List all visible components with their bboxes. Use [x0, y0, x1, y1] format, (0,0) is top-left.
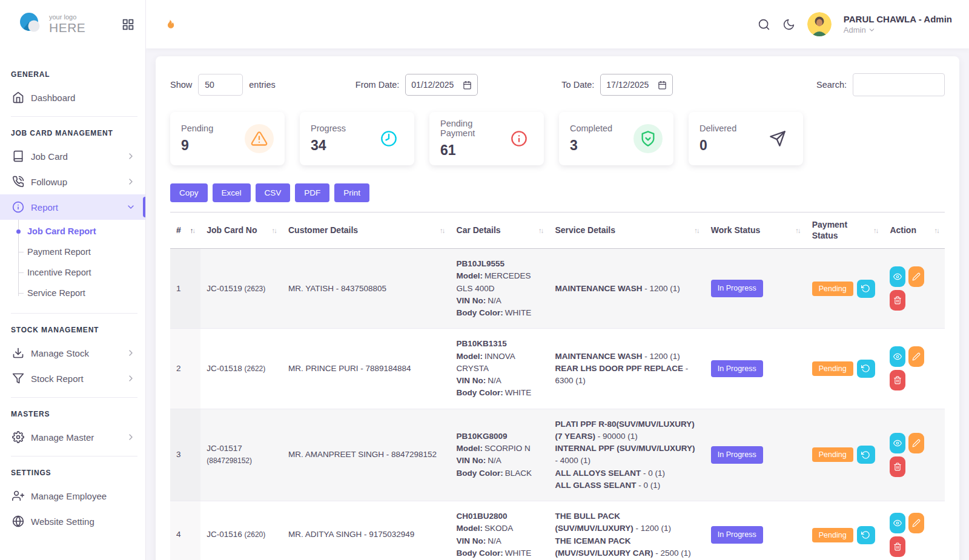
divider [11, 313, 137, 314]
column-header-service-details[interactable]: Service Details↑↓ [549, 212, 704, 249]
sidebar-subitem-payment-report[interactable]: Payment Report [0, 242, 145, 262]
sidebar-subitem-service-report[interactable]: Service Report [0, 283, 145, 303]
sort-icon: ↑↓ [873, 227, 878, 234]
stat-card-pending: Pending 9 [170, 112, 285, 165]
payment-history-button[interactable] [857, 446, 875, 464]
copy-button[interactable]: Copy [170, 183, 208, 202]
service-details-cell: PLATI PPF R-80(SUV/MUV/LUXURY) (7 YEARS)… [549, 409, 704, 501]
sidebar-toggle-grid-icon[interactable] [122, 18, 134, 31]
stat-value: 9 [181, 137, 213, 154]
payment-status-cell: Pending [806, 501, 884, 560]
payment-history-button[interactable] [857, 280, 875, 298]
row-number: 3 [170, 409, 200, 501]
pdf-button[interactable]: PDF [295, 183, 329, 202]
column-header-job-card-no[interactable]: Job Card No↑↓ [200, 212, 282, 249]
column-header-customer-details[interactable]: Customer Details↑↓ [282, 212, 451, 249]
export-buttons: Copy Excel CSV PDF Print [170, 183, 945, 202]
edit-button[interactable] [908, 266, 924, 287]
edit-button[interactable] [908, 433, 924, 453]
sort-icon: ↑↓ [934, 227, 939, 234]
flame-icon [164, 19, 176, 30]
view-button[interactable] [890, 433, 905, 453]
stat-card-delivered: Delivered 0 [689, 112, 803, 165]
edit-button[interactable] [908, 513, 924, 533]
edit-button[interactable] [908, 346, 924, 367]
delete-button[interactable] [890, 536, 905, 557]
payment-status-cell: Pending [806, 409, 884, 501]
column-header-car-details[interactable]: Car Details↑↓ [451, 212, 549, 249]
sidebar-item-label: Manage Master [31, 432, 94, 443]
work-status-cell: In Progress [705, 329, 806, 409]
entries-count-input[interactable] [198, 74, 243, 96]
sidebar: your logo HERE GENERAL Dashboard JOB CAR… [0, 0, 146, 560]
payment-status-badge[interactable]: Pending [812, 282, 853, 296]
column-header-payment-status[interactable]: Payment Status↑↓ [806, 212, 884, 249]
to-date-input[interactable]: 17/12/2025 [600, 74, 673, 96]
report-submenu: Job Card Report Payment Report Incentive… [0, 220, 145, 307]
print-button[interactable]: Print [334, 183, 369, 202]
column-header-action[interactable]: Action↑↓ [884, 212, 945, 249]
alert-triangle-icon [245, 124, 274, 153]
work-status-badge: In Progress [711, 446, 763, 464]
sidebar-item-label: Stock Report [31, 374, 84, 384]
car-details-cell: PB10KG8009 Model:SCORPIO N VIN No:N/A Bo… [451, 409, 549, 501]
chevron-right-icon [126, 432, 136, 442]
table-row: 1 JC-01519 (2623) MR. YATISH - 843750880… [170, 249, 945, 329]
section-title-settings: SETTINGS [0, 463, 145, 483]
job-card-report-table: #↑↓ Job Card No↑↓ Customer Details↑↓ Car… [170, 212, 945, 560]
sidebar-subitem-incentive-report[interactable]: Incentive Report [0, 262, 145, 283]
sidebar-item-stock-report[interactable]: Stock Report [0, 366, 145, 391]
shield-check-icon [633, 124, 663, 153]
payment-status-badge[interactable]: Pending [812, 447, 853, 462]
payment-history-button[interactable] [857, 360, 875, 378]
action-cell [884, 409, 945, 501]
payment-status-cell: Pending [806, 249, 884, 329]
report-card: Show entries From Date: 01/12/2025 To Da… [156, 56, 959, 560]
column-header-work-status[interactable]: Work Status↑↓ [705, 212, 806, 249]
sidebar-item-job-card[interactable]: Job Card [0, 143, 145, 169]
logo-line2: HERE [49, 21, 85, 35]
car-details-cell: PB10JL9555 Model:MERCEDES GLS 400D VIN N… [451, 249, 549, 329]
delete-button[interactable] [890, 370, 905, 390]
home-icon [12, 91, 24, 104]
sidebar-item-report[interactable]: Report [0, 194, 145, 220]
excel-button[interactable]: Excel [213, 183, 251, 202]
work-status-badge: In Progress [711, 526, 763, 544]
sidebar-item-manage-employee[interactable]: Manage Employee [0, 483, 145, 509]
sidebar-item-website-setting[interactable]: Website Setting [0, 509, 145, 534]
filter-bar: Show entries From Date: 01/12/2025 To Da… [170, 73, 945, 96]
csv-button[interactable]: CSV [256, 183, 291, 202]
dark-mode-moon-icon[interactable] [782, 18, 795, 31]
payment-status-badge[interactable]: Pending [812, 528, 853, 542]
book-icon [12, 150, 24, 162]
sidebar-subitem-job-card-report[interactable]: Job Card Report [0, 221, 145, 242]
payment-history-button[interactable] [857, 526, 875, 544]
table-row: 2 JC-01518 (2622) MR. PRINCE PURI - 7889… [170, 329, 945, 409]
divider [11, 456, 137, 456]
trash-icon [893, 542, 902, 551]
column-header-num[interactable]: #↑↓ [170, 212, 200, 249]
view-button[interactable] [890, 346, 905, 367]
search-icon[interactable] [758, 18, 770, 31]
top-bar: PARUL CHAWLA - Admin Admin [146, 0, 969, 48]
table-search-input[interactable] [853, 73, 945, 96]
history-icon [861, 284, 870, 293]
user-menu[interactable]: PARUL CHAWLA - Admin Admin [844, 14, 952, 35]
service-details-cell: MAINTENANCE WASH - 1200 (1) [549, 249, 704, 329]
view-button[interactable] [890, 266, 905, 287]
user-avatar[interactable] [807, 12, 832, 36]
delete-button[interactable] [890, 456, 905, 477]
phone-icon [12, 176, 24, 188]
logo-mark-icon [18, 12, 44, 37]
from-date-input[interactable]: 01/12/2025 [405, 74, 478, 96]
stat-card-progress: Progress 34 [300, 112, 414, 165]
action-cell [884, 249, 945, 329]
sidebar-item-dashboard[interactable]: Dashboard [0, 85, 145, 110]
user-role: Admin [844, 25, 866, 35]
sidebar-item-manage-stock[interactable]: Manage Stock [0, 340, 145, 366]
sidebar-item-followup[interactable]: Followup [0, 169, 145, 194]
view-button[interactable] [890, 513, 905, 533]
payment-status-badge[interactable]: Pending [812, 361, 853, 376]
sidebar-item-manage-master[interactable]: Manage Master [0, 424, 145, 450]
delete-button[interactable] [890, 290, 905, 311]
